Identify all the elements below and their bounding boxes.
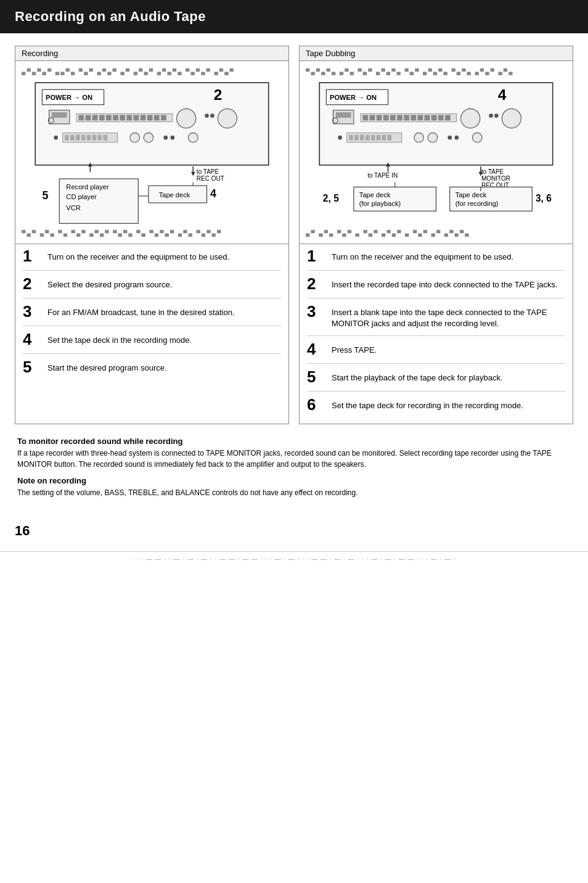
svg-point-25 <box>54 136 58 140</box>
tape-dubbing-diagram: ▀▄▀▄▀▄ ▄▀▄ ▀▄▀ ▄▀▄▀▄ ▀▄▀ ▄▀▄▀▄ ▀▄▀▄ ▄▀▄▀… <box>300 61 573 244</box>
svg-point-37 <box>163 136 168 140</box>
svg-rect-74 <box>431 115 437 120</box>
svg-point-39 <box>188 133 198 142</box>
step-number: 2 <box>307 276 329 292</box>
svg-rect-89 <box>382 135 386 141</box>
svg-text:3, 6: 3, 6 <box>536 193 552 203</box>
step-number: 3 <box>307 303 329 319</box>
tape-dubbing-steps: 1 Turn on the receiver and the equipment… <box>300 244 573 424</box>
svg-rect-34 <box>103 135 107 141</box>
svg-point-35 <box>130 133 140 142</box>
svg-rect-67 <box>383 115 389 120</box>
svg-point-21 <box>177 109 196 128</box>
svg-text:Tape deck: Tape deck <box>159 191 190 199</box>
step-text: Insert the recorded tape into deck conne… <box>332 277 558 290</box>
svg-point-36 <box>144 133 153 142</box>
step-row: 5 Start the desired program source. <box>23 360 281 381</box>
recording-diagram: ▄▀▄▀▄▀ ▄▄▀▄ ▀▄▀ ▄▀▄▀ ▄▀ ▄▀▄▀ ▄▀▄▀▄ ▀▄▀▄▀… <box>15 61 288 244</box>
svg-text:Tape deck: Tape deck <box>455 191 487 199</box>
svg-text:4: 4 <box>498 86 507 103</box>
step-number: 2 <box>23 276 45 292</box>
svg-point-92 <box>428 133 438 142</box>
svg-rect-61 <box>336 112 351 118</box>
svg-point-78 <box>489 113 493 118</box>
svg-text:(for playback): (for playback) <box>359 200 401 207</box>
svg-point-95 <box>472 133 482 142</box>
svg-text:MONITOR: MONITOR <box>481 175 510 182</box>
step-row: 2 Select the desired program source. <box>23 277 281 298</box>
svg-rect-65 <box>370 115 375 120</box>
svg-rect-32 <box>92 135 97 141</box>
svg-text:4: 4 <box>210 187 216 200</box>
step-number: 3 <box>23 303 45 319</box>
tape-dubbing-header: Tape Dubbing <box>300 46 573 61</box>
recording-header: Recording <box>15 46 288 61</box>
svg-text:Record player: Record player <box>66 183 109 191</box>
content-area: Recording ▄▀▄▀▄▀ ▄▄▀▄ ▀▄▀ ▄▀▄▀ ▄▀ ▄▀▄▀ ▄… <box>0 33 588 517</box>
svg-rect-90 <box>387 135 391 141</box>
diagram-noise-bottom-right: ▄▀ ▄▀▄ ▀▄▀ ▄ ▀▄▀ ▄▀▄▀ ▄ ▀▄▀ ▄▀ ▄▀▄▀▄ <box>306 229 566 237</box>
step-number: 5 <box>307 369 329 385</box>
svg-rect-76 <box>445 115 451 120</box>
step-number: 1 <box>307 248 329 264</box>
svg-rect-84 <box>354 135 359 141</box>
note-text-2: The setting of the volume, BASS, TREBLE,… <box>17 487 571 498</box>
svg-rect-20 <box>161 115 166 120</box>
step-text: Set the tape deck in the recording mode. <box>47 332 192 346</box>
recording-steps: 1 Turn on the receiver and the equipment… <box>15 244 288 386</box>
step-number: 5 <box>23 359 45 375</box>
step-number: 6 <box>307 396 329 413</box>
svg-rect-15 <box>126 115 132 120</box>
svg-rect-75 <box>438 115 444 120</box>
svg-rect-33 <box>98 135 102 141</box>
svg-rect-87 <box>371 135 375 141</box>
svg-rect-17 <box>141 115 146 120</box>
svg-rect-88 <box>377 135 381 141</box>
step-text: Start the playback of the tape deck for … <box>332 370 503 384</box>
step-text: Turn on the receiver and the equipment t… <box>47 249 229 263</box>
step-text: For an FM/AM broadcast, tune in the desi… <box>47 305 234 318</box>
notes-section: To monitor recorded sound while recordin… <box>15 437 573 498</box>
svg-rect-70 <box>404 115 409 120</box>
svg-rect-29 <box>76 135 80 141</box>
diagram-noise-top-right: ▀▄▀▄▀▄ ▄▀▄ ▀▄▀ ▄▀▄▀▄ ▀▄▀ ▄▀▄▀▄ ▀▄▀▄ ▄▀▄▀… <box>306 67 566 76</box>
recording-column: Recording ▄▀▄▀▄▀ ▄▄▀▄ ▀▄▀ ▄▀▄▀ ▄▀ ▄▀▄▀ ▄… <box>15 46 289 424</box>
svg-rect-28 <box>70 135 75 141</box>
svg-text:5: 5 <box>42 189 48 202</box>
note-title-1: To monitor recorded sound while recordin… <box>17 437 571 446</box>
step-row: 5 Start the playback of the tape deck fo… <box>307 370 565 392</box>
svg-point-24 <box>218 109 237 128</box>
svg-rect-66 <box>377 115 382 120</box>
svg-rect-69 <box>397 115 402 120</box>
svg-point-22 <box>205 113 209 118</box>
svg-rect-18 <box>147 115 153 120</box>
svg-text:to TAPE IN: to TAPE IN <box>367 172 398 179</box>
svg-point-77 <box>461 109 480 128</box>
svg-point-93 <box>447 136 452 140</box>
svg-text:POWER → ON: POWER → ON <box>330 94 377 101</box>
svg-rect-83 <box>349 135 353 141</box>
svg-point-38 <box>171 136 175 140</box>
note-text-1: If a tape recorder with three-head syste… <box>17 448 571 470</box>
step-number: 4 <box>307 341 329 357</box>
svg-rect-11 <box>99 115 105 120</box>
diagram-noise-top: ▄▀▄▀▄▀ ▄▄▀▄ ▀▄▀ ▄▀▄▀ ▄▀ ▄▀▄▀ ▄▀▄▀▄ ▀▄▀▄▀… <box>22 67 282 76</box>
svg-text:(for recording): (for recording) <box>455 200 499 207</box>
step-row: 1 Turn on the receiver and the equipment… <box>23 249 281 271</box>
svg-rect-64 <box>362 115 368 120</box>
svg-rect-86 <box>365 135 370 141</box>
tape-dubbing-column: Tape Dubbing ▀▄▀▄▀▄ ▄▀▄ ▀▄▀ ▄▀▄▀▄ ▀▄▀ ▄▀… <box>299 46 573 424</box>
step-text: Press TAPE. <box>332 342 377 356</box>
svg-rect-72 <box>417 115 423 120</box>
svg-rect-19 <box>154 115 160 120</box>
step-row: 3 Insert a blank tape into the tape deck… <box>307 305 565 336</box>
step-number: 1 <box>23 248 45 264</box>
page-header: Recording on an Audio Tape <box>0 0 588 33</box>
step-text: Start the desired program source. <box>47 360 167 374</box>
svg-point-79 <box>494 113 499 118</box>
step-row: 4 Set the tape deck in the recording mod… <box>23 332 281 354</box>
note-title-2: Note on recording <box>17 476 571 485</box>
bottom-decoration: · · · — — · · — · — · — · · — — · — — · … <box>0 551 588 562</box>
svg-rect-30 <box>81 135 86 141</box>
svg-text:CD player: CD player <box>66 193 97 200</box>
